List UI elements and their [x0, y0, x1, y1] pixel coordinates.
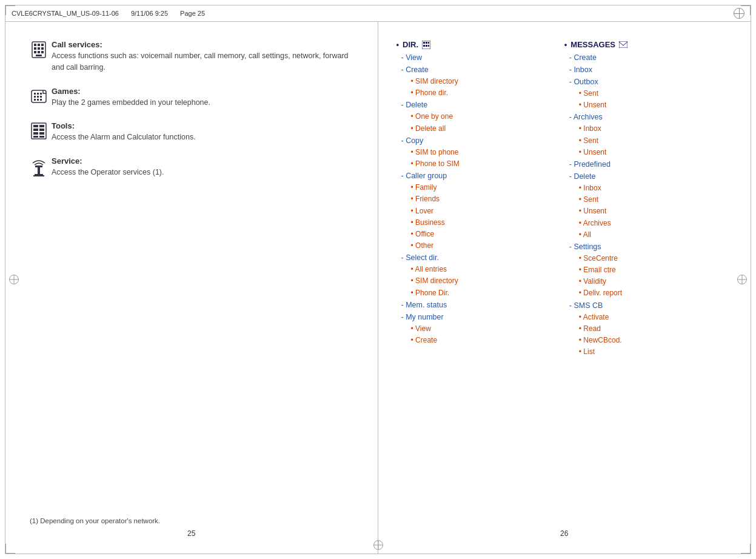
call-services-text: Call services: Access functions such as:…	[52, 40, 353, 73]
right-page-bottom: 26	[396, 524, 733, 541]
item-tools: Tools: Access the Alarm and Calculator f…	[30, 121, 353, 143]
dir-create-sub: SIM directory Phone dir.	[401, 76, 558, 99]
corner-tl	[5, 5, 15, 15]
dir-delete-all: Delete all	[411, 123, 558, 135]
msg-delete-sub: Inbox Sent Unsent Archives All	[569, 182, 726, 241]
dir-copy: Copy SIM to phone Phone to SIM	[396, 135, 558, 170]
svg-rect-13	[37, 93, 39, 95]
item-call-services: Call services: Access functions such as:…	[30, 40, 353, 73]
svg-rect-39	[426, 45, 427, 47]
svg-rect-14	[40, 93, 42, 95]
svg-rect-15	[34, 96, 36, 98]
svg-rect-4	[34, 47, 36, 50]
dir-select-sim: SIM directory	[411, 275, 558, 287]
msg-inbox: Inbox	[564, 64, 726, 76]
dir-copy-sub: SIM to phone Phone to SIM	[401, 147, 558, 170]
header-datetime: 9/11/06 9:25	[131, 10, 168, 17]
messages-column: • MESSAGES Create Inbo	[564, 40, 732, 524]
games-text: Games: Play the 2 games embedded in your…	[52, 87, 353, 109]
msg-settings-sub: SceCentre Email ctre Validity Deliv. rep…	[569, 253, 726, 300]
msg-outbox-unsent: Unsent	[579, 99, 726, 111]
reg-bottom-center	[373, 540, 383, 550]
dir-mem-status: Mem. status	[396, 299, 558, 311]
content-area: Call services: Access functions such as:…	[5, 22, 751, 554]
dir-select-sub: All entries SIM directory Phone Dir.	[401, 264, 558, 299]
dir-title: • DIR.	[396, 40, 558, 49]
svg-rect-1	[34, 44, 36, 46]
left-page-number: 25	[30, 529, 353, 541]
svg-rect-12	[34, 93, 36, 95]
header-bar: CVLE6CRYSTAL_UM_US-09-11-06 9/11/06 9:25…	[5, 5, 751, 22]
item-games: Games: Play the 2 games embedded in your…	[30, 87, 353, 109]
msg-delete-all: All	[579, 229, 726, 241]
games-title: Games:	[52, 87, 353, 96]
msg-delete-unsent: Unsent	[579, 206, 726, 217]
dir-my-number-view: View	[411, 323, 558, 335]
dir-cg-other: Other	[411, 240, 558, 252]
svg-rect-17	[40, 96, 42, 98]
dir-my-number: My number View Create	[396, 311, 558, 346]
tools-desc: Access the Alarm and Calculator function…	[52, 132, 353, 143]
svg-rect-35	[423, 42, 425, 44]
messages-label: MESSAGES	[570, 40, 615, 49]
msg-delete: Delete Inbox Sent Unsent Archives All	[564, 170, 726, 241]
msg-create: Create	[564, 52, 726, 64]
svg-rect-25	[39, 129, 44, 131]
svg-rect-28	[33, 136, 38, 138]
corner-tr	[741, 5, 751, 15]
messages-icon	[619, 41, 627, 48]
page-outer: CVLE6CRYSTAL_UM_US-09-11-06 9/11/06 9:25…	[5, 5, 751, 554]
msg-sms-cb-newcbcod: NewCBcod.	[579, 335, 726, 346]
msg-sms-cb: SMS CB Activate Read NewCBcod. List	[564, 300, 726, 358]
header-filename: CVLE6CRYSTAL_UM_US-09-11-06	[12, 10, 119, 17]
msg-archives-sub: Inbox Sent Unsent	[569, 123, 726, 158]
svg-rect-26	[33, 132, 38, 135]
msg-outbox-sent: Sent	[579, 88, 726, 99]
svg-rect-9	[41, 51, 44, 53]
dir-select-phone: Phone Dir.	[411, 287, 558, 299]
msg-outbox-sub: Sent Unsent	[569, 88, 726, 111]
dir-delete: Delete One by one Delete all	[396, 99, 558, 134]
svg-rect-36	[426, 42, 427, 44]
page-left: Call services: Access functions such as:…	[5, 22, 378, 554]
svg-rect-32	[35, 174, 43, 175]
msg-outbox: Outbox Sent Unsent	[564, 76, 726, 111]
games-icon	[30, 87, 52, 105]
games-desc: Play the 2 games embedded in your teleph…	[52, 97, 353, 109]
svg-rect-22	[33, 125, 38, 127]
msg-archives: Archives Inbox Sent Unsent	[564, 111, 726, 158]
messages-section: • MESSAGES Create Inbo	[564, 40, 726, 358]
call-services-icon	[30, 41, 52, 59]
messages-title: • MESSAGES	[564, 40, 726, 49]
msg-archives-unsent: Unsent	[579, 147, 726, 158]
call-services-title: Call services:	[52, 40, 353, 49]
service-text: Service: Access the Operator services (1…	[52, 156, 353, 178]
dir-cg-family: Family	[411, 182, 558, 193]
msg-settings-validity: Validity	[579, 276, 726, 287]
dir-section: • DIR.	[396, 40, 558, 346]
messages-bullet: •	[564, 40, 567, 49]
dir-create: Create SIM directory Phone dir.	[396, 64, 558, 99]
svg-rect-7	[34, 51, 36, 53]
msg-delete-sent: Sent	[579, 194, 726, 206]
dir-menu-list: View Create SIM directory Phone dir.	[396, 52, 558, 346]
footnote: (1) Depending on your operator's network…	[30, 511, 353, 524]
header-title-line: CVLE6CRYSTAL_UM_US-09-11-06 9/11/06 9:25…	[12, 10, 205, 17]
messages-menu-list: Create Inbox Outbox Sent Unsent	[564, 52, 726, 358]
dir-create-sim: SIM directory	[411, 76, 558, 87]
svg-rect-2	[38, 44, 40, 46]
service-title: Service:	[52, 156, 353, 166]
dir-select-all: All entries	[411, 264, 558, 275]
service-desc: Access the Operator services (1).	[52, 167, 353, 178]
page-right: • DIR.	[378, 22, 751, 554]
dir-column: • DIR.	[396, 40, 564, 524]
svg-rect-24	[33, 129, 38, 131]
svg-rect-27	[39, 132, 44, 135]
svg-rect-23	[39, 125, 44, 127]
svg-rect-31	[35, 166, 42, 167]
msg-sms-cb-list: List	[579, 346, 726, 358]
service-icon	[30, 157, 52, 176]
msg-settings: Settings SceCentre Email ctre Validity D…	[564, 241, 726, 300]
msg-archives-sent: Sent	[579, 135, 726, 147]
dir-cg-office: Office	[411, 229, 558, 240]
